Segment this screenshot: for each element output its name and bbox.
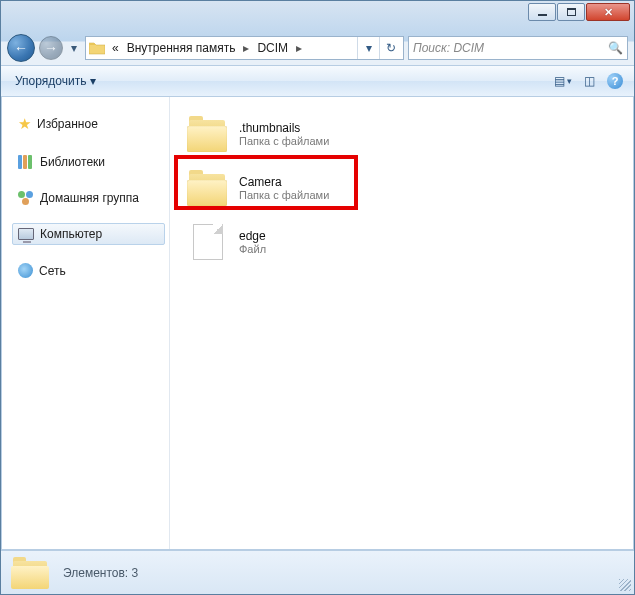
nav-favorites[interactable]: ★ Избранное [12, 111, 165, 137]
chevron-right-icon[interactable]: ▸ [241, 41, 251, 55]
chevron-down-icon: ▾ [71, 41, 77, 55]
help-button[interactable]: ? [602, 70, 628, 92]
arrow-right-icon: → [44, 40, 58, 56]
folder-icon [88, 39, 106, 57]
nav-label: Библиотеки [40, 155, 105, 169]
chevron-down-icon: ▾ [567, 76, 572, 86]
close-button[interactable]: ✕ [586, 3, 630, 21]
nav-label: Избранное [37, 117, 98, 131]
file-icon [193, 224, 223, 260]
folder-icon [187, 116, 229, 152]
body-area: ★ Избранное Библиотеки Домашняя группа К… [1, 97, 634, 550]
item-name: Camera [239, 175, 329, 189]
chevron-right-icon[interactable]: ▸ [294, 41, 304, 55]
list-item[interactable]: Camera Папка с файлами [178, 163, 343, 213]
list-item[interactable]: edge Файл [178, 217, 343, 267]
address-bar[interactable]: « Внутренняя память ▸ DCIM ▸ ▾ ↻ [85, 36, 404, 60]
refresh-icon: ↻ [386, 41, 396, 55]
address-dropdown-button[interactable]: ▾ [357, 37, 379, 59]
refresh-button[interactable]: ↻ [379, 37, 401, 59]
nav-label: Домашняя группа [40, 191, 139, 205]
star-icon: ★ [18, 115, 31, 133]
file-list[interactable]: .thumbnails Папка с файлами Camera Папка… [170, 97, 633, 549]
view-icon: ▤ [554, 74, 565, 88]
preview-pane-button[interactable]: ◫ [576, 70, 602, 92]
organize-label: Упорядочить [15, 74, 86, 88]
nav-label: Компьютер [40, 227, 102, 241]
titlebar: ✕ [1, 1, 634, 31]
status-bar: Элементов: 3 [1, 550, 634, 594]
forward-button[interactable]: → [39, 36, 63, 60]
close-icon: ✕ [604, 7, 613, 18]
chevron-down-icon: ▾ [366, 41, 372, 55]
item-type: Папка с файлами [239, 135, 329, 147]
organize-button[interactable]: Упорядочить ▾ [7, 70, 104, 92]
search-placeholder: Поиск: DCIM [413, 41, 484, 55]
search-input[interactable]: Поиск: DCIM 🔍 [408, 36, 628, 60]
navigation-pane: ★ Избранное Библиотеки Домашняя группа К… [2, 97, 170, 549]
arrow-left-icon: ← [14, 40, 28, 56]
search-icon: 🔍 [608, 41, 623, 55]
libraries-icon [18, 155, 34, 169]
back-button[interactable]: ← [7, 34, 35, 62]
help-icon: ? [607, 73, 623, 89]
network-icon [18, 263, 33, 278]
item-name: .thumbnails [239, 121, 329, 135]
view-options-button[interactable]: ▤▾ [550, 70, 576, 92]
resize-grip[interactable] [619, 579, 631, 591]
nav-network[interactable]: Сеть [12, 259, 165, 282]
breadcrumb-segment[interactable]: DCIM [255, 41, 290, 55]
status-text: Элементов: 3 [63, 566, 138, 580]
history-dropdown[interactable]: ▾ [67, 34, 81, 62]
homegroup-icon [18, 191, 34, 205]
folder-icon [187, 170, 229, 206]
chevron-down-icon: ▾ [90, 74, 96, 88]
preview-pane-icon: ◫ [584, 74, 595, 88]
breadcrumb-prefix: « [110, 41, 121, 55]
command-bar: Упорядочить ▾ ▤▾ ◫ ? [1, 65, 634, 97]
explorer-window: ✕ ← → ▾ « Внутренняя память ▸ DCIM ▸ ▾ ↻… [0, 0, 635, 595]
folder-icon [11, 557, 51, 589]
item-type: Файл [239, 243, 266, 255]
nav-libraries[interactable]: Библиотеки [12, 151, 165, 173]
nav-computer[interactable]: Компьютер [12, 223, 165, 245]
navigation-bar: ← → ▾ « Внутренняя память ▸ DCIM ▸ ▾ ↻ П… [1, 31, 634, 65]
item-type: Папка с файлами [239, 189, 329, 201]
maximize-button[interactable] [557, 3, 585, 21]
breadcrumb-segment[interactable]: Внутренняя память [125, 41, 238, 55]
computer-icon [18, 228, 34, 240]
nav-homegroup[interactable]: Домашняя группа [12, 187, 165, 209]
list-item[interactable]: .thumbnails Папка с файлами [178, 109, 343, 159]
item-name: edge [239, 229, 266, 243]
minimize-button[interactable] [528, 3, 556, 21]
nav-label: Сеть [39, 264, 66, 278]
